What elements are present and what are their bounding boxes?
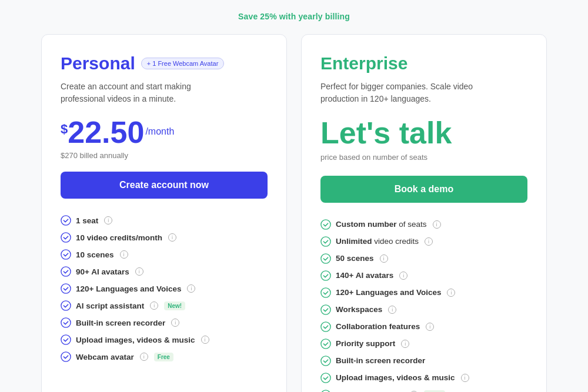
info-icon: i (135, 267, 143, 276)
list-item: Priority support i (320, 339, 527, 349)
list-item: AI script assistant i New! (61, 300, 268, 311)
svg-point-16 (321, 339, 330, 348)
feature-text: 50 scenes (336, 254, 374, 263)
enterprise-description: Perfect for bigger companies. Scale vide… (320, 81, 485, 105)
check-icon (320, 390, 331, 392)
personal-features-list: 1 seat i 10 video credits/month i 10 sce… (61, 215, 268, 362)
svg-point-9 (321, 219, 330, 229)
info-icon: i (388, 306, 396, 314)
feature-text: 10 video credits/month (76, 233, 162, 242)
feature-text: Webcam avatar (76, 353, 134, 361)
svg-point-8 (61, 352, 71, 361)
check-icon (61, 317, 71, 328)
list-item: Built-in screen recorder i (61, 317, 268, 328)
check-icon (320, 321, 331, 332)
info-icon: i (380, 254, 388, 263)
svg-point-19 (321, 390, 330, 392)
personal-header: Personal + 1 Free Webcam Avatar (61, 53, 268, 73)
feature-text: AI script assistant (76, 301, 144, 310)
feature-text: Unlimited video credits (336, 237, 419, 246)
list-item: 10 video credits/month i (61, 232, 268, 243)
lets-talk-block: Let's talk price based on number of seat… (320, 117, 527, 162)
personal-price-block: $ 22.50 /month (61, 117, 268, 148)
svg-point-10 (321, 236, 330, 246)
personal-price-billed: $270 billed annually (61, 151, 268, 160)
enterprise-header: Enterprise (320, 53, 527, 73)
svg-point-3 (61, 267, 71, 276)
svg-point-6 (61, 318, 71, 327)
feature-text: Built-in screen recorder (76, 319, 165, 327)
svg-point-4 (61, 284, 71, 293)
list-item: Upload images, videos & music i (61, 334, 268, 345)
personal-badge: + 1 Free Webcam Avatar (141, 58, 225, 69)
list-item: 120+ Languages and Voices i (61, 283, 268, 294)
list-item: 120+ Languages and Voices i (320, 287, 527, 298)
new-badge: New! (164, 301, 185, 310)
list-item: 140+ AI avatars i (320, 270, 527, 281)
personal-price-amount: 22.50 (68, 117, 144, 148)
info-icon: i (120, 250, 128, 259)
enterprise-title: Enterprise (320, 53, 407, 73)
svg-point-12 (321, 270, 330, 280)
enterprise-card: Enterprise Perfect for bigger companies.… (301, 34, 547, 392)
list-item: 1 seat i (61, 215, 268, 226)
feature-text: Custom number of seats (336, 220, 427, 229)
check-icon (320, 339, 331, 349)
info-icon: i (399, 272, 407, 280)
info-icon: i (401, 340, 409, 348)
feature-text: 90+ AI avatars (76, 267, 129, 276)
info-icon: i (171, 319, 179, 327)
check-icon (320, 270, 331, 281)
feature-text: Priority support (336, 339, 395, 348)
check-icon (61, 334, 71, 345)
lets-talk-sub: price based on number of seats (320, 153, 527, 162)
check-icon (61, 300, 71, 311)
feature-text: Workspaces (336, 305, 382, 314)
personal-price-period: /month (145, 126, 174, 137)
svg-point-13 (321, 287, 330, 297)
svg-point-15 (321, 321, 330, 331)
feature-text: 10 scenes (76, 250, 114, 259)
lets-talk-text: Let's talk (320, 117, 527, 149)
svg-point-17 (321, 356, 330, 365)
svg-point-14 (321, 304, 330, 314)
check-icon (320, 219, 331, 230)
check-icon (320, 304, 331, 315)
info-icon: i (447, 289, 455, 297)
info-icon: i (104, 216, 112, 225)
personal-cta-button[interactable]: Create account now (61, 172, 268, 199)
personal-price-dollar: $ (61, 122, 68, 137)
svg-point-2 (61, 250, 71, 259)
info-icon: i (433, 220, 441, 229)
check-icon (320, 373, 331, 383)
info-icon: i (187, 284, 195, 293)
check-icon (61, 232, 71, 243)
cards-container: Personal + 1 Free Webcam Avatar Create a… (41, 34, 547, 392)
list-item: Collaboration features i (320, 321, 527, 332)
list-item: Custom number of seats i (320, 219, 527, 230)
feature-text: Upload images, videos & music (76, 336, 195, 344)
info-icon: i (201, 336, 209, 344)
info-icon: i (140, 353, 148, 361)
free-badge: Free (154, 353, 173, 361)
check-icon (320, 253, 331, 264)
svg-point-0 (61, 216, 71, 225)
enterprise-features-list: Custom number of seats i Unlimited video… (320, 219, 527, 392)
svg-point-18 (321, 373, 330, 382)
list-item: Webcam avatar i Free (61, 351, 268, 362)
list-item: 10 scenes i (61, 249, 268, 260)
list-item: Built-in screen recorder (320, 356, 527, 366)
info-icon: i (150, 301, 158, 310)
personal-description: Create an account and start making profe… (61, 81, 225, 105)
check-icon (320, 287, 331, 298)
enterprise-cta-button[interactable]: Book a demo (320, 176, 527, 203)
feature-text: 1 seat (76, 216, 98, 225)
check-icon (61, 283, 71, 294)
list-item: Workspaces i (320, 304, 527, 315)
check-icon (320, 356, 331, 366)
info-icon: i (461, 374, 469, 382)
feature-text: Collaboration features (336, 322, 420, 331)
list-item: Unlimited video credits i (320, 236, 527, 247)
list-item: 50 scenes i (320, 253, 527, 264)
feature-text: 140+ AI avatars (336, 271, 393, 280)
